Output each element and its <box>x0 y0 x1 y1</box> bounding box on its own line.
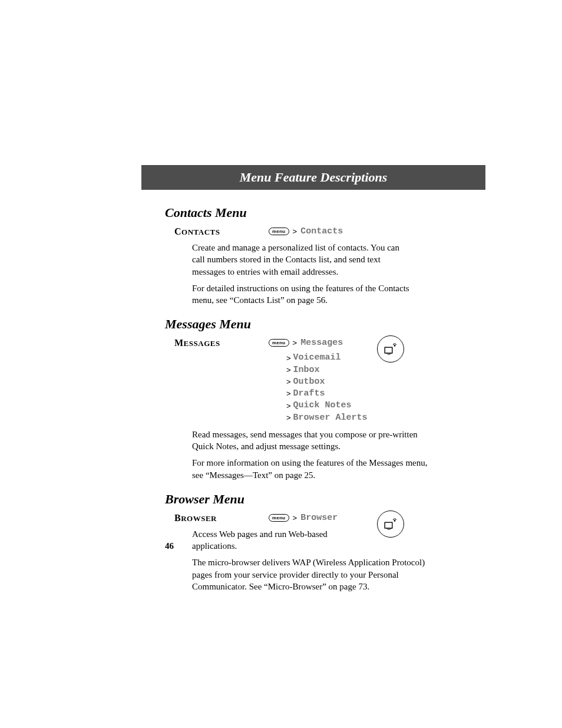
messages-sub-list: >Voicemail >Inbox >Outbox >Drafts >Quick… <box>286 352 485 424</box>
svg-rect-2 <box>385 522 392 528</box>
messages-path: menu > Messages <box>269 338 343 348</box>
menu-key-icon: menu <box>269 514 289 522</box>
gt-icon: > <box>286 365 291 375</box>
label-rest: ESSAGES <box>184 339 220 348</box>
menu-key-icon: menu <box>269 228 289 235</box>
contacts-feature-row: CONTACTS menu > Contacts <box>174 226 485 237</box>
sub-item-outbox: >Outbox <box>286 376 485 388</box>
sub-item-quicknotes: >Quick Notes <box>286 400 485 411</box>
gt-icon: > <box>286 413 291 423</box>
messages-block: MESSAGES menu > Messages >Voicemail >Inb… <box>174 338 485 481</box>
browser-label: BROWSER <box>174 513 269 523</box>
section-heading-messages: Messages Menu <box>165 317 485 332</box>
page-number: 46 <box>165 541 174 551</box>
browser-path-item: Browser <box>300 513 338 523</box>
browser-para1: Access Web pages and run Web-based appli… <box>192 528 357 552</box>
page-title-text: Menu Feature Descriptions <box>240 170 388 185</box>
gt-icon: > <box>293 338 297 347</box>
network-feature-badge-icon <box>377 335 404 363</box>
messages-feature-row: MESSAGES menu > Messages <box>174 338 485 348</box>
menu-key-icon: menu <box>269 339 289 347</box>
browser-para2: The micro-browser delivers WAP (Wireless… <box>192 556 428 592</box>
gt-icon: > <box>286 401 291 411</box>
badge-svg <box>382 341 399 357</box>
gt-icon: > <box>286 377 291 387</box>
badge-svg <box>382 516 399 532</box>
messages-para2: For more information on using the featur… <box>192 457 428 481</box>
svg-point-1 <box>394 345 396 347</box>
section-heading-browser: Browser Menu <box>165 492 485 507</box>
browser-feature-row: BROWSER menu > Browser <box>174 513 485 523</box>
gt-icon: > <box>286 388 291 399</box>
manual-page: Menu Feature Descriptions Contacts Menu … <box>0 0 562 728</box>
sub-item-inbox: >Inbox <box>286 364 485 376</box>
contacts-block: CONTACTS menu > Contacts Create and mana… <box>174 226 485 306</box>
contacts-path-item: Contacts <box>300 226 343 236</box>
browser-path: menu > Browser <box>269 513 338 523</box>
gt-icon: > <box>293 513 297 522</box>
svg-rect-0 <box>385 347 392 353</box>
messages-para1: Read messages, send messages that you co… <box>192 429 428 453</box>
contacts-label: CONTACTS <box>174 226 269 237</box>
page-title-bar: Menu Feature Descriptions <box>141 165 485 190</box>
gt-icon: > <box>286 353 291 364</box>
network-feature-badge-icon <box>377 510 404 538</box>
messages-path-item: Messages <box>300 338 343 348</box>
label-rest: ROWSER <box>181 514 217 523</box>
sub-item-drafts: >Drafts <box>286 388 485 400</box>
contacts-para1: Create and manage a personalized list of… <box>192 242 410 278</box>
label-rest: ONTACTS <box>181 228 220 236</box>
sub-item-browseralerts: >Browser Alerts <box>286 412 485 424</box>
contacts-path: menu > Contacts <box>269 226 343 236</box>
contacts-para2: For detailed instructions on using the f… <box>192 282 410 307</box>
section-heading-contacts: Contacts Menu <box>165 205 485 220</box>
gt-icon: > <box>293 227 297 236</box>
browser-block: BROWSER menu > Browser Access Web pages … <box>174 513 485 592</box>
messages-label: MESSAGES <box>174 338 269 348</box>
svg-point-3 <box>394 520 396 522</box>
